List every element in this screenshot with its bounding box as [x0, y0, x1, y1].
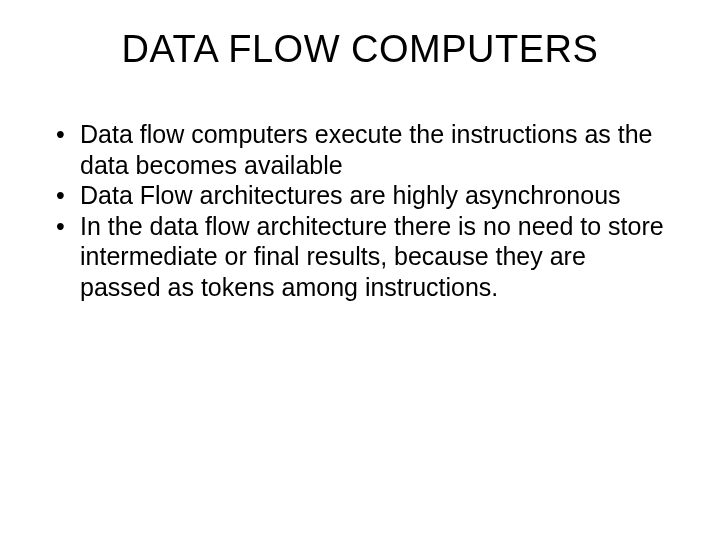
bullet-list: Data flow computers execute the instruct…: [50, 119, 670, 302]
list-item: Data flow computers execute the instruct…: [50, 119, 670, 180]
list-item: Data Flow architectures are highly async…: [50, 180, 670, 211]
list-item: In the data flow architecture there is n…: [50, 211, 670, 303]
slide-title: DATA FLOW COMPUTERS: [50, 28, 670, 71]
slide: DATA FLOW COMPUTERS Data flow computers …: [0, 0, 720, 540]
